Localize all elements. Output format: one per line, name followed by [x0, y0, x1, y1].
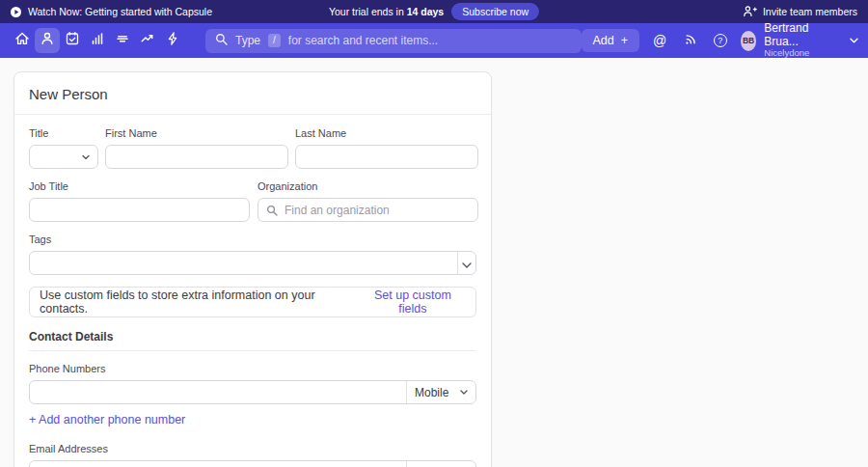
org-search-icon	[266, 205, 278, 216]
organization-input[interactable]	[258, 198, 478, 222]
workflows-nav-button[interactable]	[160, 28, 185, 53]
user-text: Bertrand Brua... Nicelydone	[764, 22, 828, 60]
tags-dropdown-toggle[interactable]	[457, 252, 475, 274]
trial-countdown: Your trial ends in 14 days	[329, 6, 444, 17]
card-body: Title First Name Last Name	[14, 115, 491, 467]
new-person-card: New Person Title First Name	[14, 71, 492, 467]
trend-line-icon	[140, 31, 155, 50]
email-type-select[interactable]: Work	[406, 461, 475, 467]
help-icon: ?	[714, 34, 727, 47]
bar-chart-icon	[90, 31, 105, 50]
tasks-nav-button[interactable]	[110, 28, 135, 53]
add-button[interactable]: Add +	[582, 29, 640, 52]
nav-icon-group	[10, 28, 185, 53]
lightning-icon	[165, 31, 180, 50]
chevron-down-icon	[462, 255, 472, 272]
job-title-input[interactable]	[29, 198, 250, 222]
person-icon	[40, 31, 55, 50]
tags-field	[29, 251, 476, 275]
phone-type-value: Mobile	[415, 386, 448, 399]
search-icon	[215, 33, 228, 48]
plus-icon: +	[621, 34, 628, 47]
add-button-label: Add	[593, 34, 614, 47]
phone-number-input[interactable]	[30, 381, 406, 403]
at-icon: @	[653, 34, 666, 47]
main-content: New Person Title First Name	[0, 58, 868, 467]
card-header: New Person	[14, 72, 491, 115]
list-lines-icon	[115, 31, 130, 50]
watch-now-label: Watch Now: Getting started with Capsule	[28, 6, 212, 17]
play-icon	[11, 7, 21, 17]
slash-key-badge: /	[268, 34, 281, 47]
calendar-check-icon	[65, 31, 80, 50]
broadcast-button[interactable]	[680, 29, 699, 52]
home-nav-button[interactable]	[10, 28, 35, 53]
setup-custom-fields-button[interactable]: Set up custom fields	[360, 288, 466, 316]
sales-nav-button[interactable]	[135, 28, 160, 53]
announcement-bar: Watch Now: Getting started with Capsule …	[0, 0, 868, 23]
page-title: New Person	[29, 86, 476, 102]
email-address-input[interactable]	[30, 461, 406, 467]
reports-nav-button[interactable]	[85, 28, 110, 53]
subscribe-now-button[interactable]: Subscribe now	[451, 3, 539, 20]
first-name-label: First Name	[105, 127, 288, 139]
home-icon	[14, 31, 30, 50]
tags-label: Tags	[29, 234, 476, 245]
job-title-label: Job Title	[29, 180, 250, 192]
last-name-input[interactable]	[295, 145, 478, 169]
global-search-input[interactable]: Type / for search and recent items...	[205, 29, 582, 53]
caret-down-icon	[460, 390, 468, 395]
nav-right-group: Add + @ ? BB Bertrand Brua... Nicelydone	[582, 22, 858, 60]
add-phone-link[interactable]: + Add another phone number	[29, 413, 185, 426]
person-plus-icon	[743, 5, 757, 19]
first-name-input[interactable]	[105, 145, 288, 169]
last-name-label: Last Name	[295, 127, 478, 139]
title-label: Title	[29, 127, 98, 139]
broadcast-icon	[683, 32, 697, 50]
phone-number-field: Mobile	[29, 380, 476, 404]
search-placeholder: for search and recent items...	[288, 34, 438, 47]
title-select[interactable]	[29, 145, 98, 169]
phone-type-select[interactable]: Mobile	[406, 381, 475, 403]
chevron-down-icon	[850, 38, 858, 43]
caret-down-icon	[82, 154, 90, 159]
invite-team-members-button[interactable]: Invite team members	[743, 5, 857, 19]
organization-label: Organization	[258, 180, 478, 192]
app-window: { "topbar": { "watch_label": "Watch Now:…	[0, 0, 868, 467]
user-name: Bertrand Brua...	[764, 22, 828, 49]
email-address-field: Work	[29, 460, 476, 467]
contact-details-heading: Contact Details	[29, 330, 476, 351]
phone-numbers-label: Phone Numbers	[29, 363, 476, 374]
main-nav-bar: Type / for search and recent items... Ad…	[0, 23, 868, 58]
custom-fields-infobox: Use custom fields to store extra informa…	[29, 287, 476, 317]
search-type-label: Type	[235, 34, 260, 47]
user-menu[interactable]: BB Bertrand Brua... Nicelydone	[741, 22, 858, 60]
watch-now-link[interactable]: Watch Now: Getting started with Capsule	[11, 6, 212, 17]
mentions-button[interactable]: @	[650, 29, 669, 52]
help-button[interactable]: ?	[711, 29, 730, 52]
calendar-nav-button[interactable]	[60, 28, 85, 53]
custom-fields-text: Use custom fields to store extra informa…	[40, 288, 360, 316]
email-addresses-label: Email Addresses	[29, 443, 476, 454]
invite-label: Invite team members	[763, 6, 857, 17]
tags-input[interactable]	[30, 252, 456, 274]
avatar: BB	[741, 31, 757, 51]
people-nav-button[interactable]	[35, 28, 60, 53]
